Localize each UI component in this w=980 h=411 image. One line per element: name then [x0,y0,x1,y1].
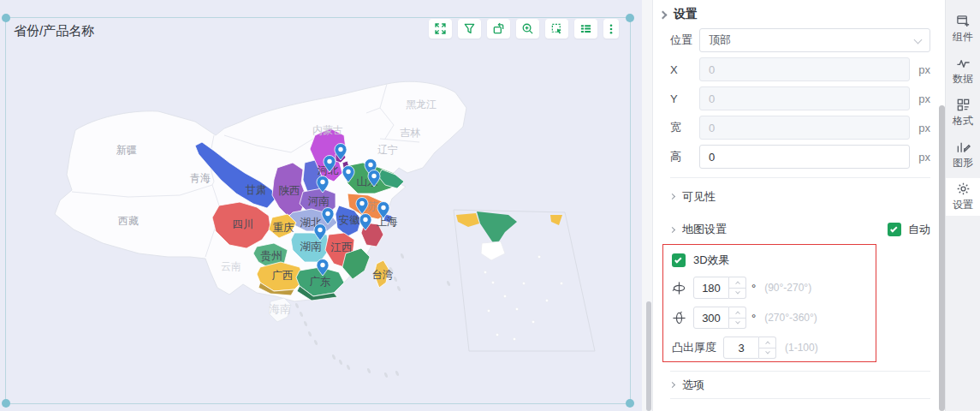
collapse-chevron-icon[interactable] [659,10,668,19]
field-label: 宽 [670,120,699,135]
list-view-button[interactable] [574,19,597,39]
number-input[interactable]: 300 [693,307,729,329]
select-icon [550,22,563,35]
selection-handle-bottom-right[interactable] [626,399,634,408]
section-map-settings[interactable]: 地图设置 自动 [670,215,930,244]
effect3d-highlight-box: 3D效果 180°(90°-270°)300°(270°-360°)凸出厚度3(… [662,244,876,362]
panel-scrollbar-thumb[interactable] [939,105,945,411]
sidebar-item-data[interactable]: 数据 [946,52,980,90]
more-button[interactable] [603,19,619,39]
settings-panel: 设置 位置 顶部 X0pxY0px宽0px高0px 可见性 地图设置 自动 3D… [652,0,939,411]
rotate-icon [492,22,505,35]
canvas-scrollbar-track [642,0,652,411]
format-icon [956,98,971,112]
field-label: 高 [670,149,699,164]
effect3d-checkbox[interactable] [672,253,686,267]
sidebar-item-component[interactable]: 组件 [946,10,980,48]
auto-toggle: 自动 [888,222,930,237]
range-hint: (270°-360°) [764,312,817,324]
field-row-X: X0px [670,57,930,81]
svg-text:广东: 广东 [310,276,331,288]
stepper[interactable] [729,307,746,329]
map-widget-canvas[interactable]: 新疆青海西藏内蒙古黑龙江吉林辽宁云南四川甘肃陕西河北河南山东江苏安徽上海湖北重庆… [0,0,642,411]
svg-text:台湾: 台湾 [372,269,394,281]
svg-text:河南: 河南 [308,195,330,207]
field-row-Y: Y0px [670,86,930,110]
zoom-icon [521,22,534,35]
unit-label: px [915,151,930,164]
svg-text:黑龙江: 黑龙江 [406,98,437,110]
svg-text:云南: 云南 [221,260,241,272]
filter-icon [463,22,476,35]
select-area-button[interactable] [545,19,568,39]
svg-text:湖南: 湖南 [300,241,323,253]
effect3d-row: 凸出厚度3(1-100) [672,337,876,359]
svg-text:上海: 上海 [377,216,399,228]
field-row-高: 高0px [670,145,930,169]
number-input[interactable]: 180 [693,277,729,299]
sidebar-item-graphic[interactable]: 图形 [946,136,980,174]
chevron-right-icon [669,194,675,200]
rotate-x-icon [672,311,686,325]
svg-text:海南: 海南 [270,303,292,315]
effect3d-toggle-row: 3D效果 [672,252,876,269]
canvas-toolbar [429,19,619,39]
svg-text:辽宁: 辽宁 [377,144,398,156]
section-options[interactable]: 选项 [670,371,930,399]
svg-text:四川: 四川 [233,218,254,230]
expand-icon [434,22,447,35]
position-fields: X0pxY0px宽0px高0px [670,57,930,169]
effect3d-row: 300°(270°-360°) [672,307,876,329]
sidebar-item-label: 组件 [953,30,973,45]
rotate-button[interactable] [487,19,510,39]
unit-label: px [915,92,930,105]
sidebar-item-format[interactable]: 格式 [946,94,980,132]
selection-handle-top-left[interactable] [2,14,10,22]
field-input[interactable]: 0 [699,145,910,169]
svg-text:新疆: 新疆 [116,144,137,156]
graphic-icon [956,140,971,154]
range-hint: (1-100) [785,342,818,354]
effect3d-rows: 180°(90°-270°)300°(270°-360°)凸出厚度3(1-100… [672,277,876,359]
svg-text:青海: 青海 [190,172,211,184]
sidebar-item-label: 设置 [953,198,973,212]
china-map[interactable]: 新疆青海西藏内蒙古黑龙江吉林辽宁云南四川甘肃陕西河北河南山东江苏安徽上海湖北重庆… [0,0,642,411]
panel-header: 设置 [670,5,930,24]
position-label: 位置 [670,33,699,48]
canvas-scrollbar-thumb[interactable] [646,301,651,411]
stepper[interactable] [729,277,746,299]
position-select[interactable]: 顶部 [699,28,930,52]
filter-button[interactable] [458,19,481,39]
zoom-in-button[interactable] [516,19,539,39]
selection-handle-bottom-left[interactable] [2,399,10,408]
field-input: 0 [699,116,910,140]
effect3d-row: 180°(90°-270°) [672,277,876,299]
unit-label: px [915,122,930,134]
thickness-label: 凸出厚度 [672,340,716,355]
chevron-right-icon [669,226,675,232]
field-input: 0 [699,86,910,110]
check-icon [890,225,897,232]
svg-text:贵州: 贵州 [261,250,282,262]
map-settings-label: 地图设置 [682,222,727,237]
svg-text:陕西: 陕西 [279,185,300,197]
chevron-down-icon [914,36,923,45]
svg-text:内蒙古: 内蒙古 [312,124,343,136]
svg-text:甘肃: 甘肃 [246,184,267,196]
check-icon [674,256,681,263]
panel-title: 设置 [674,7,698,22]
section-visibility[interactable]: 可见性 [670,177,930,215]
fullscreen-button[interactable] [429,19,452,39]
stepper[interactable] [759,337,776,359]
position-value: 顶部 [709,33,731,48]
sidebar-item-settings[interactable]: 设置 [946,178,980,216]
svg-text:吉林: 吉林 [400,127,421,139]
number-input[interactable]: 3 [723,337,759,359]
auto-checkbox[interactable] [888,223,901,236]
position-row: 位置 顶部 [670,28,930,52]
field-label: X [670,63,699,76]
selection-handle-top-right[interactable] [626,14,634,22]
right-sidebar: 组件数据格式图形设置 [945,0,980,411]
sidebar-item-label: 格式 [953,114,973,128]
component-icon [956,14,971,28]
